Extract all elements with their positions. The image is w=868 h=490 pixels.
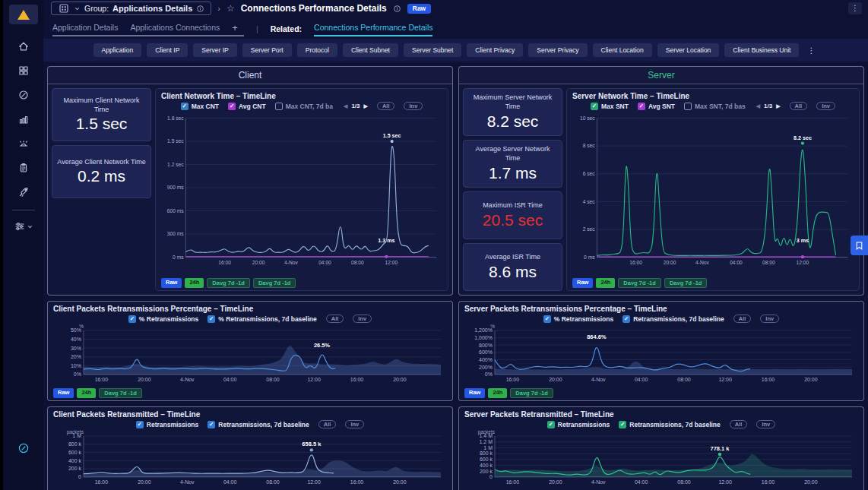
filter-client-location[interactable]: Client Location xyxy=(593,43,652,57)
page-menu-button[interactable]: ⋮ xyxy=(848,2,862,14)
svg-text:8 sec: 8 sec xyxy=(583,143,596,148)
legend-item[interactable]: ✓Retransmissions, 7d baseline xyxy=(619,421,721,428)
filter-application[interactable]: Application xyxy=(93,43,142,57)
legend-checkbox[interactable]: ✓ xyxy=(547,421,555,428)
legend-checkbox[interactable]: ✓ xyxy=(207,421,215,428)
svg-text:10 sec: 10 sec xyxy=(580,115,595,121)
star-icon[interactable]: ☆ xyxy=(227,3,235,14)
inv-pill-button[interactable]: Inv xyxy=(353,315,372,323)
filter-protocol[interactable]: Protocol xyxy=(297,43,337,57)
brand-logo[interactable] xyxy=(9,5,38,24)
pager-prev-button[interactable]: ◀ xyxy=(756,103,760,109)
client-panel-body: Maximum Client Network Time 1.5 secAvera… xyxy=(48,84,452,295)
sidebar-item-bar-chart[interactable] xyxy=(11,108,36,131)
tab-connections-performance-details[interactable]: Connections Performance Details xyxy=(314,23,432,36)
pager-next-button[interactable]: ▶ xyxy=(776,103,780,109)
svg-text:12:00: 12:00 xyxy=(718,377,732,382)
pager-next-button[interactable]: ▶ xyxy=(364,103,368,109)
client_network_time-plot[interactable]: 1.8 sec1.5 sec1.2 sec900 ms600 ms300 ms0… xyxy=(161,111,442,266)
inv-pill-button[interactable]: Inv xyxy=(760,315,779,323)
legend-item[interactable]: ✓Max SNT xyxy=(591,103,629,110)
filter-server-location[interactable]: Server Location xyxy=(657,43,720,57)
filter-server-privacy[interactable]: Server Privacy xyxy=(528,43,587,57)
kpi-label: Average Client Network Time xyxy=(57,158,145,167)
legend-item[interactable]: Max CNT, 7d ba xyxy=(275,103,333,110)
filter-client-privacy[interactable]: Client Privacy xyxy=(467,43,523,57)
sidebar-item-explore[interactable] xyxy=(11,84,36,106)
legend-checkbox[interactable]: ✓ xyxy=(228,103,236,110)
chart-plot-area[interactable]: 1.4 M1.2 M1 M800 k600 k400 k200 k016:002… xyxy=(464,429,858,490)
sidebar-item-settings[interactable] xyxy=(11,215,36,238)
legend-item[interactable]: ✓Retransmissions xyxy=(136,421,199,428)
inv-pill-button[interactable]: Inv xyxy=(816,102,835,110)
svg-text:0 ms: 0 ms xyxy=(173,254,184,260)
all-pill-button[interactable]: All xyxy=(790,102,808,110)
add-tab-button[interactable]: + xyxy=(232,24,238,32)
kpi-tile: Average Client Network Time 0.2 ms xyxy=(52,145,151,198)
legend-item[interactable]: ✓% Retransmissions, 7d baseline xyxy=(207,315,316,323)
client_packets-plot[interactable]: 1 M800 k600 k400 k200 k016:0020:004-Nov0… xyxy=(53,429,447,485)
filter-server-port[interactable]: Server Port xyxy=(242,43,292,57)
chart-plot-area[interactable]: 1.8 sec1.5 sec1.2 sec900 ms600 ms300 ms0… xyxy=(161,111,442,277)
legend-item[interactable]: ✓Max CNT xyxy=(181,103,219,110)
server_packets-plot[interactable]: 1.4 M1.2 M1 M800 k600 k400 k200 k016:002… xyxy=(464,429,858,485)
filters-more-button[interactable]: ⋮ xyxy=(804,46,818,55)
all-pill-button[interactable]: All xyxy=(733,315,752,323)
legend-checkbox[interactable]: ✓ xyxy=(543,315,551,323)
filter-client-business-unit[interactable]: Client Business Unit xyxy=(724,43,799,57)
inv-pill-button[interactable]: Inv xyxy=(756,420,775,428)
inv-pill-button[interactable]: Inv xyxy=(404,102,423,110)
server_network_time-plot[interactable]: 10 sec8 sec6 sec4 sec2 sec0 ms16:0020:00… xyxy=(572,111,854,266)
legend-checkbox[interactable]: ✓ xyxy=(136,421,144,428)
bookmark-add-button[interactable] xyxy=(851,236,868,255)
legend-item[interactable]: ✓Avg CNT xyxy=(228,103,266,110)
legend-checkbox[interactable]: ✓ xyxy=(128,315,136,323)
sidebar-item-launch[interactable] xyxy=(11,181,36,204)
filter-client-ip[interactable]: Client IP xyxy=(147,43,188,57)
filter-server-ip[interactable]: Server IP xyxy=(193,43,236,57)
all-pill-button[interactable]: All xyxy=(318,420,337,428)
sidebar-item-alerts[interactable] xyxy=(11,132,36,155)
chart-plot-area[interactable]: 10 sec8 sec6 sec4 sec2 sec0 ms16:0020:00… xyxy=(572,111,854,277)
info-icon[interactable] xyxy=(393,5,401,13)
all-pill-button[interactable]: All xyxy=(326,315,344,323)
group-label: Group: xyxy=(84,4,109,13)
legend-item[interactable]: ✓% Retransmissions xyxy=(128,315,198,323)
chart-plot-area[interactable]: 1,200%1,000%800%600%400%200%0%16:0020:00… xyxy=(464,324,858,387)
svg-text:04:00: 04:00 xyxy=(635,479,648,485)
legend-checkbox[interactable]: ✓ xyxy=(591,103,598,110)
group-selector[interactable]: Group: Applications Details xyxy=(51,2,211,15)
legend-checkbox[interactable] xyxy=(275,103,283,110)
sidebar-item-edit[interactable] xyxy=(11,437,36,460)
chart-plot-area[interactable]: 50%40%30%20%10%0%16:0020:004-Nov04:0008:… xyxy=(53,324,447,387)
inv-pill-button[interactable]: Inv xyxy=(345,420,364,428)
legend-item[interactable]: ✓Retransmissions, 7d baseline xyxy=(207,421,309,428)
legend-checkbox[interactable]: ✓ xyxy=(622,315,630,323)
filter-client-subnet[interactable]: Client Subnet xyxy=(343,43,398,57)
legend-checkbox[interactable]: ✓ xyxy=(207,315,215,323)
chart-legend: ✓% Retransmissions✓% Retransmissions, 7d… xyxy=(53,315,447,323)
client_retrans_pct-plot[interactable]: 50%40%30%20%10%0%16:0020:004-Nov04:0008:… xyxy=(53,324,447,383)
sidebar-item-home[interactable] xyxy=(11,35,36,58)
filter-server-subnet[interactable]: Server Subnet xyxy=(404,43,461,57)
sidebar-item-reports[interactable] xyxy=(11,156,36,179)
legend-checkbox[interactable]: ✓ xyxy=(619,421,626,428)
sidebar-item-apps[interactable] xyxy=(11,59,36,82)
server_retrans_pct-plot[interactable]: 1,200%1,000%800%600%400%200%0%16:0020:00… xyxy=(464,324,858,383)
legend-checkbox[interactable]: ✓ xyxy=(181,103,188,110)
chart-plot-area[interactable]: 1 M800 k600 k400 k200 k016:0020:004-Nov0… xyxy=(53,429,447,490)
info-icon[interactable] xyxy=(196,5,204,13)
legend-checkbox[interactable]: ✓ xyxy=(638,103,645,110)
legend-item[interactable]: ✓Avg SNT xyxy=(638,103,675,110)
all-pill-button[interactable]: All xyxy=(730,420,748,428)
legend-item[interactable]: Max SNT, 7d bas xyxy=(684,103,746,110)
tab-application-details[interactable]: Application Details xyxy=(52,23,118,32)
svg-text:packets: packets xyxy=(67,429,84,435)
all-pill-button[interactable]: All xyxy=(377,102,395,110)
tab-applications-connections[interactable]: Applications Connections xyxy=(130,23,220,32)
legend-item[interactable]: ✓Retransmissions, 7d baseline xyxy=(622,315,724,323)
legend-checkbox[interactable] xyxy=(684,103,692,110)
pager-prev-button[interactable]: ◀ xyxy=(344,103,347,109)
legend-item[interactable]: ✓Retransmissions xyxy=(547,421,610,428)
legend-item[interactable]: ✓% Retransmissions xyxy=(543,315,613,323)
